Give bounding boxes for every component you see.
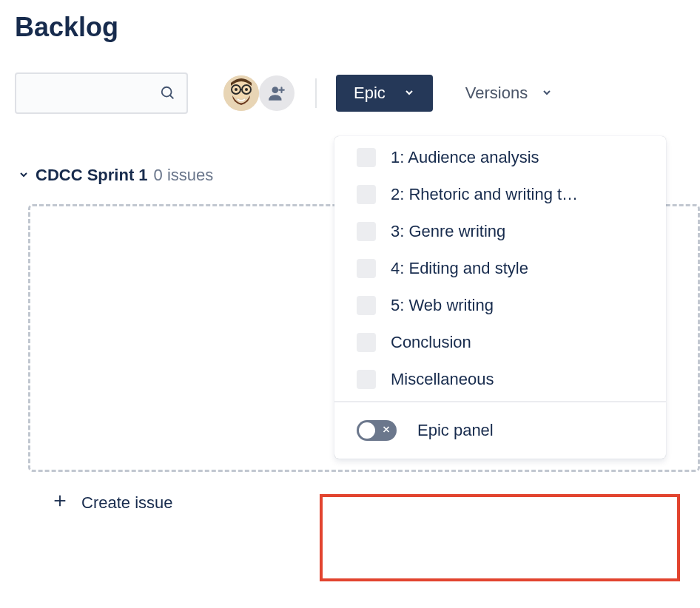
epic-option-label: 1: Audience analysis: [391, 148, 539, 167]
epic-option[interactable]: 3: Genre writing: [334, 213, 666, 250]
avatar[interactable]: [223, 75, 259, 111]
search-icon: [160, 85, 176, 101]
create-issue-button[interactable]: Create issue: [52, 493, 700, 513]
chevron-down-icon: [18, 166, 30, 185]
divider: [315, 78, 317, 108]
epic-option[interactable]: Conclusion: [334, 324, 666, 361]
sprint-name: CDCC Sprint 1: [36, 166, 148, 185]
add-user-icon: [267, 84, 286, 103]
toolbar: Epic Versions: [15, 72, 700, 114]
close-icon: [381, 425, 391, 437]
epic-panel-toggle[interactable]: [357, 420, 397, 441]
plus-icon: [52, 493, 68, 513]
toggle-knob: [359, 422, 375, 439]
epic-option-label: Conclusion: [391, 333, 471, 352]
svg-point-9: [272, 87, 279, 93]
versions-filter-button[interactable]: Versions: [454, 75, 565, 112]
epic-filter-button[interactable]: Epic: [336, 75, 433, 112]
epic-option[interactable]: 2: Rhetoric and writing t…: [334, 176, 666, 213]
epic-option[interactable]: 4: Editing and style: [334, 250, 666, 287]
chevron-down-icon: [403, 84, 415, 103]
checkbox[interactable]: [357, 222, 376, 241]
sprint-issue-count: 0 issues: [154, 166, 214, 185]
epic-dropdown: 1: Audience analysis 2: Rhetoric and wri…: [334, 136, 666, 459]
versions-filter-label: Versions: [465, 84, 528, 103]
create-issue-label: Create issue: [81, 493, 173, 513]
epic-dropdown-list: 1: Audience analysis 2: Rhetoric and wri…: [334, 136, 666, 401]
checkbox[interactable]: [357, 148, 376, 167]
epic-panel-toggle-row: Epic panel: [334, 401, 666, 459]
epic-option[interactable]: 5: Web writing: [334, 287, 666, 324]
add-user-button[interactable]: [259, 75, 295, 111]
page-title: Backlog: [15, 12, 700, 43]
svg-point-0: [162, 87, 172, 97]
svg-line-1: [170, 95, 174, 99]
svg-point-7: [235, 88, 238, 91]
epic-option[interactable]: 1: Audience analysis: [334, 139, 666, 176]
checkbox[interactable]: [357, 296, 376, 315]
epic-option[interactable]: Miscellaneous: [334, 361, 666, 398]
epic-option-label: Miscellaneous: [391, 370, 494, 389]
search-input-wrapper[interactable]: [15, 72, 188, 114]
epic-option-label: 3: Genre writing: [391, 222, 505, 241]
checkbox[interactable]: [357, 333, 376, 352]
epic-filter-label: Epic: [354, 84, 386, 103]
checkbox[interactable]: [357, 259, 376, 278]
epic-option-label: 4: Editing and style: [391, 259, 528, 278]
checkbox[interactable]: [357, 370, 376, 389]
chevron-down-icon: [541, 84, 553, 103]
svg-point-8: [245, 88, 248, 91]
checkbox[interactable]: [357, 185, 376, 204]
epic-option-label: 5: Web writing: [391, 296, 494, 315]
epic-option-label: 2: Rhetoric and writing t…: [391, 185, 578, 204]
epic-panel-toggle-label: Epic panel: [417, 421, 494, 440]
search-input[interactable]: [0, 86, 160, 101]
